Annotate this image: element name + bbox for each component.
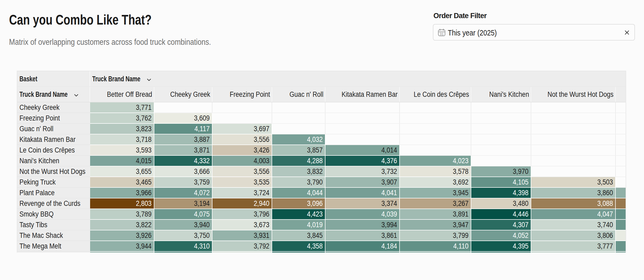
svg-text:31: 31 <box>440 32 444 36</box>
